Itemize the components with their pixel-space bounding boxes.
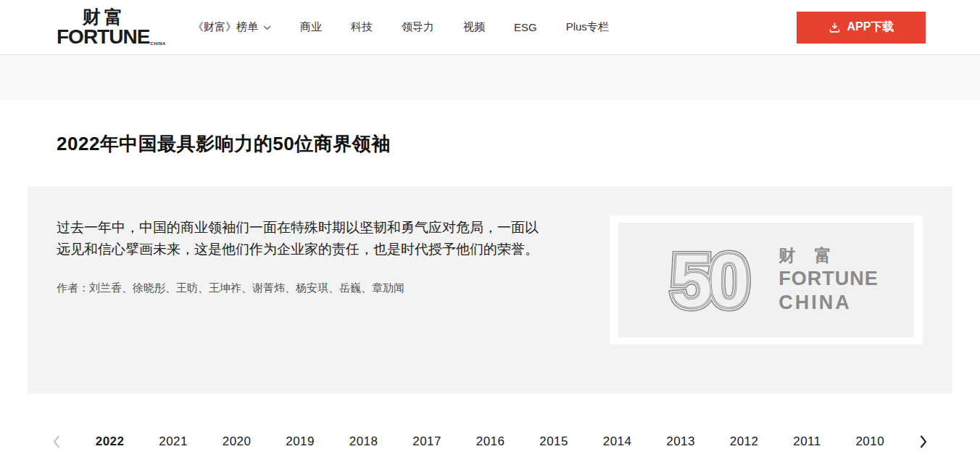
year-tab-2014[interactable]: 2014: [603, 434, 632, 449]
logo-china-subtext: CHINA: [150, 41, 166, 46]
prev-years-arrow-icon[interactable]: [52, 434, 61, 449]
authors-line: 作者：刘兰香、徐晓彤、王昉、王坤祚、谢菁炜、杨安琪、岳巍、章劢闻: [57, 281, 549, 295]
svg-text:50: 50: [670, 239, 747, 323]
year-tab-2022[interactable]: 2022: [96, 434, 125, 449]
logo-chinese-text: 财富: [83, 8, 149, 26]
app-download-label: APP下载: [847, 20, 894, 35]
year-tab-2020[interactable]: 2020: [223, 434, 252, 449]
nav-label: Plus专栏: [566, 20, 609, 34]
year-tab-2015[interactable]: 2015: [539, 434, 568, 449]
list-cover-image[interactable]: 50 50 50 50 50 财 富 FORTUNE CHINA: [610, 215, 923, 345]
year-pagination: 2022 2021 2020 2019 2018 2017 2016 2015 …: [0, 434, 980, 449]
nav-label: 领导力: [402, 20, 434, 34]
page-title: 2022年中国最具影响力的50位商界领袖: [57, 131, 980, 157]
download-icon: [829, 22, 841, 33]
list-summary-card: 过去一年中，中国的商业领袖们一面在特殊时期以坚韧和勇气应对危局，一面以远见和信心…: [28, 186, 952, 394]
nav-label: 视频: [463, 20, 485, 34]
main-nav: 《财富》榜单 商业 科技 领导力 视频 ESG Plus专栏: [193, 20, 609, 34]
chevron-down-icon: [263, 25, 271, 30]
year-tab-2010[interactable]: 2010: [855, 434, 884, 449]
year-tab-2013[interactable]: 2013: [666, 434, 695, 449]
year-tab-2019[interactable]: 2019: [286, 434, 315, 449]
top-header: 财富 FORTUNE CHINA 《财富》榜单 商业 科技 领导力 视频 ESG…: [0, 0, 980, 55]
next-years-arrow-icon[interactable]: [919, 434, 928, 449]
nav-label: 商业: [300, 20, 322, 34]
nav-item-business[interactable]: 商业: [300, 20, 322, 34]
year-tab-2011[interactable]: 2011: [793, 434, 821, 449]
year-tab-2016[interactable]: 2016: [476, 434, 505, 449]
app-download-button[interactable]: APP下载: [797, 12, 926, 44]
nav-item-esg[interactable]: ESG: [514, 21, 537, 33]
nav-item-leadership[interactable]: 领导力: [402, 20, 434, 34]
badge-50-outline: 50 50 50 50 50: [654, 237, 763, 323]
year-tab-2018[interactable]: 2018: [349, 434, 378, 449]
year-tab-2012[interactable]: 2012: [730, 434, 759, 449]
year-tab-2021[interactable]: 2021: [159, 434, 188, 449]
nav-label: 科技: [351, 20, 373, 34]
nav-label: 《财富》榜单: [193, 20, 258, 34]
nav-item-video[interactable]: 视频: [463, 20, 485, 34]
summary-text-block: 过去一年中，中国的商业领袖们一面在特殊时期以坚韧和勇气应对危局，一面以远见和信心…: [28, 186, 549, 295]
year-tab-2017[interactable]: 2017: [412, 434, 441, 449]
hero-strip: [0, 55, 980, 99]
badge-fortune: FORTUNE: [778, 269, 879, 289]
fortune-50-badge: 50 50 50 50 50 财 富 FORTUNE CHINA: [618, 223, 914, 337]
badge-china: CHINA: [778, 293, 879, 313]
badge-wordmark: 财 富 FORTUNE CHINA: [778, 247, 879, 313]
logo-english-text: FORTUNE: [57, 27, 149, 47]
nav-label: ESG: [514, 21, 537, 33]
list-summary: 过去一年中，中国的商业领袖们一面在特殊时期以坚韧和勇气应对危局，一面以远见和信心…: [57, 217, 541, 260]
nav-item-plus-column[interactable]: Plus专栏: [566, 20, 609, 34]
fortune-china-logo[interactable]: 财富 FORTUNE CHINA: [57, 8, 149, 47]
nav-item-tech[interactable]: 科技: [351, 20, 373, 34]
nav-item-fortune-lists[interactable]: 《财富》榜单: [193, 20, 271, 34]
badge-chinese: 财 富: [778, 247, 879, 264]
